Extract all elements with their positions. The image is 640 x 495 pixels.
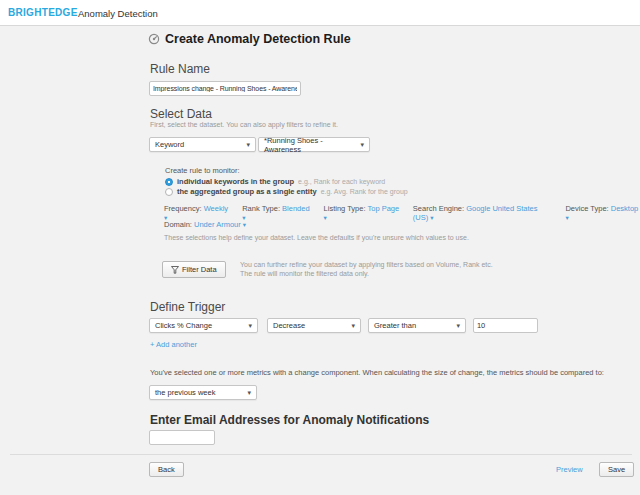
caret-down-icon: ▾ [324,214,327,221]
filter-note-line2: The rule will monitor the filtered data … [240,269,493,278]
filter-data-note: You can further refine your dataset by a… [240,260,493,278]
dataset-filters-hint: These selections help define your datase… [164,234,469,241]
monitor-option-hint: e.g., Rank for each keyword [298,178,385,185]
filter-label: Listing Type: [324,204,366,213]
filter-label: Domain: [164,220,192,229]
email-heading: Enter Email Addresses for Anomaly Notifi… [150,413,429,427]
nav-title: Anomaly Detection [78,8,158,19]
email-input[interactable] [149,430,215,445]
monitor-option-individual[interactable]: individual keywords in the group e.g., R… [165,177,385,186]
preview-link[interactable]: Preview [556,465,583,474]
domain-dropdown-link[interactable]: Under Armour ▾ [194,220,246,229]
trigger-comparator-value: Greater than [374,321,416,330]
caret-down-icon: ▾ [247,389,251,397]
gauge-icon [148,33,160,45]
save-button[interactable]: Save [599,462,634,477]
footer-divider [10,454,632,455]
monitor-label: Create rule to monitor: [165,166,240,175]
page-title-row: Create Anomaly Detection Rule [148,32,351,46]
dataset-group-dropdown[interactable]: *Running Shoes - Awareness ▾ [258,137,370,152]
trigger-metric-dropdown[interactable]: Clicks % Change ▾ [149,318,258,333]
caret-down-icon: ▾ [246,141,250,149]
filter-label: Rank Type: [242,204,280,213]
funnel-icon [171,266,179,274]
select-data-subtext: First, select the dataset. You can also … [150,121,338,128]
trigger-direction-dropdown[interactable]: Decrease ▾ [267,318,361,333]
monitor-option-label: individual keywords in the group [177,177,294,186]
filter-note-line1: You can further refine your dataset by a… [240,260,493,269]
monitor-option-hint: e.g. Avg. Rank for the group [321,188,408,195]
add-another-link[interactable]: + Add another [150,340,197,349]
page-title: Create Anomaly Detection Rule [165,32,351,46]
caret-down-icon: ▾ [243,221,246,228]
dataset-type-value: Keyword [155,140,184,149]
compare-text: You've selected one or more metrics with… [150,368,632,377]
define-trigger-heading: Define Trigger [150,300,225,314]
compare-to-dropdown[interactable]: the previous week ▾ [149,385,257,400]
anomaly-detection-page: BRIGHTEDGE Anomaly Detection Create Anom… [0,0,640,495]
filter-domain: Domain: Under Armour ▾ [164,220,246,229]
trigger-threshold-input[interactable] [473,318,538,333]
filter-listing-type: Listing Type: Top Page ▾ [324,204,401,222]
dataset-type-dropdown[interactable]: Keyword ▾ [149,137,256,152]
monitor-option-label: the aggregated group as a single entity [177,187,317,196]
compare-to-value: the previous week [155,388,215,397]
caret-down-icon: ▾ [565,214,568,221]
filter-data-button[interactable]: Filter Data [162,261,226,278]
filter-label: Device Type: [565,204,608,213]
filter-data-button-label: Filter Data [182,265,217,274]
caret-down-icon: ▾ [248,322,252,330]
filter-device-type: Device Type: Desktop ▾ [565,204,640,222]
caret-down-icon: ▾ [360,141,364,149]
radio-unselected-icon[interactable] [165,188,173,196]
filter-search-engine: Search Engine: Google United States (US)… [413,204,554,222]
rule-name-heading: Rule Name [150,62,210,76]
trigger-comparator-dropdown[interactable]: Greater than ▾ [368,318,466,333]
caret-down-icon: ▾ [351,322,355,330]
top-bar: BRIGHTEDGE Anomaly Detection [0,0,640,26]
rule-name-input[interactable] [149,81,301,96]
filter-rank-type: Rank Type: Blended ▾ [242,204,311,222]
select-data-heading: Select Data [150,107,212,121]
dataset-group-value: *Running Shoes - Awareness [264,136,354,154]
dataset-filters-row-2: Domain: Under Armour ▾ [164,220,246,229]
back-button[interactable]: Back [149,462,184,477]
radio-selected-icon[interactable] [165,178,173,186]
caret-down-icon: ▾ [456,322,460,330]
filter-label: Search Engine: [413,204,464,213]
monitor-option-aggregated[interactable]: the aggregated group as a single entity … [165,187,408,196]
brightedge-logo[interactable]: BRIGHTEDGE [8,7,78,18]
trigger-metric-value: Clicks % Change [155,321,212,330]
filter-label: Frequency: [164,204,202,213]
trigger-direction-value: Decrease [273,321,305,330]
caret-down-icon: ▾ [430,214,433,221]
